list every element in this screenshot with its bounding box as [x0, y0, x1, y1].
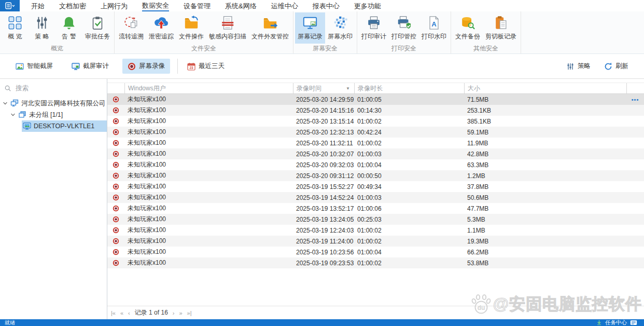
table-row[interactable]: 未知玩家x100 2025-03-20 14:15:16 00:14:30 25… — [107, 105, 644, 116]
chevron-down-icon[interactable] — [10, 112, 16, 118]
last-page-button[interactable]: »| — [187, 310, 192, 316]
app-menu-icon — [5, 2, 15, 9]
menu-tab[interactable]: 文档加密 — [52, 0, 93, 11]
sub-toolbar: 智能截屏 截屏审计 屏幕录像 最近三天 策略 — [0, 54, 644, 79]
search-icon — [4, 85, 11, 92]
menu-tab[interactable]: 系统&网络 — [218, 0, 264, 11]
table-row[interactable]: 未知玩家x100 2025-03-19 14:52:24 01:00:03 50… — [107, 192, 644, 203]
toolbar-button[interactable]: 截屏审计 — [66, 59, 114, 74]
next-page-button[interactable]: › — [173, 310, 175, 316]
ribbon-item[interactable]: 审批任务 — [82, 12, 113, 44]
table-row[interactable]: 未知玩家x100 2025-03-19 12:24:03 01:00:02 1.… — [107, 225, 644, 236]
menu-tabs: 开始 文档加密 上网行为 数据安全 设备管理 系统&网络 运维中心 报表中心 更… — [24, 0, 388, 11]
ribbon-item[interactable]: 概 览 — [2, 12, 29, 44]
download-icon — [596, 320, 602, 325]
column-header-actions — [626, 83, 644, 93]
main-area: 河北安固云网络科技有限公司 [1/1] 未分组 [1/1] DESKTOP-VL… — [0, 79, 644, 319]
ribbon-item[interactable]: 敏感内容扫描 — [206, 12, 249, 44]
table-row[interactable]: 未知玩家x100 2025-03-19 13:24:05 00:25:03 5.… — [107, 214, 644, 225]
menu-tab[interactable]: 数据安全 — [135, 0, 176, 11]
column-header-record-time[interactable]: 录像时间 ▼ — [293, 83, 354, 93]
ribbon-group-screen-security: 屏幕记录 屏幕水印 屏幕安全 — [293, 11, 357, 53]
table-row[interactable]: 未知玩家x100 2025-03-19 13:52:17 01:00:06 47… — [107, 203, 644, 214]
chevron-down-icon[interactable] — [2, 100, 8, 106]
table-row[interactable]: 未知玩家x100 2025-03-19 10:23:56 01:00:04 66… — [107, 247, 644, 257]
tree-item-computer[interactable]: DESKTOP-VLKTLE1 — [0, 120, 107, 132]
first-page-button[interactable]: |« — [111, 310, 116, 316]
record-icon — [113, 107, 119, 114]
ribbon-item[interactable]: 告 警 — [55, 12, 82, 44]
search-row — [0, 83, 107, 98]
fast-next-page-button[interactable]: » — [179, 310, 182, 316]
table-row[interactable]: 未知玩家x100 2025-03-19 15:52:27 00:49:34 37… — [107, 181, 644, 192]
ribbon-item[interactable]: 文件外发管控 — [249, 12, 291, 44]
menu-tab[interactable]: 报表中心 — [305, 0, 347, 11]
table-row[interactable]: 未知玩家x100 2025-03-20 11:32:11 01:00:02 11… — [107, 138, 644, 148]
table-row[interactable]: 未知玩家x100 2025-03-20 09:32:03 01:00:04 63… — [107, 159, 644, 170]
record-icon — [113, 129, 119, 135]
ribbon-item[interactable]: 文件备份 — [453, 12, 483, 44]
menu-tab[interactable]: 开始 — [24, 0, 52, 11]
table-header: Windows用户 录像时间 ▼ 录像时长 大小 — [107, 83, 644, 94]
record-icon — [113, 140, 119, 146]
table-row[interactable]: 未知玩家x100 2025-03-20 14:29:59 01:00:05 71… — [107, 94, 644, 105]
ribbon-item[interactable]: 打印审计 — [359, 12, 389, 44]
ribbon-item[interactable]: 流转追溯 — [116, 12, 146, 44]
ribbon-item[interactable]: 策 略 — [29, 12, 55, 44]
toolbar-button[interactable]: 智能截屏 — [10, 59, 58, 74]
column-header-windows-user[interactable]: Windows用户 — [124, 83, 293, 93]
record-count-label: 记录 1 of 16 — [135, 308, 168, 317]
clipboard-record-icon — [493, 15, 509, 31]
column-header-duration[interactable]: 录像时长 — [354, 83, 464, 93]
tree-item-company[interactable]: 河北安固云网络科技有限公司 [1/1] — [0, 98, 107, 109]
table-row[interactable]: 未知玩家x100 2025-03-19 11:24:00 01:00:02 19… — [107, 236, 644, 247]
menu-tab[interactable]: 更多功能 — [347, 0, 388, 11]
ribbon-item[interactable]: 剪切板记录 — [483, 12, 519, 44]
ribbon-item[interactable]: 文件操作 — [176, 12, 206, 44]
record-icon — [113, 194, 119, 201]
ribbon-group-overview: 概 览 策 略 告 警 审批任务 概览 — [0, 11, 115, 53]
sensitive-scan-icon — [220, 15, 235, 31]
file-backup-icon — [460, 15, 475, 31]
screen-video-icon — [128, 62, 136, 71]
menu-tab[interactable]: 设备管理 — [176, 0, 218, 11]
record-icon — [113, 260, 119, 266]
task-center-button[interactable]: 任务中心 — [605, 319, 627, 326]
record-icon — [113, 238, 119, 244]
ribbon-group-label: 打印安全 — [359, 44, 449, 53]
ribbon-item[interactable]: 泄密追踪 — [146, 12, 176, 44]
table-row[interactable]: 未知玩家x100 2025-03-20 09:31:12 00:00:50 1.… — [107, 170, 644, 181]
tree-item-ungrouped[interactable]: 未分组 [1/1] — [0, 109, 107, 120]
ribbon-item[interactable]: 打印管控 — [389, 12, 419, 44]
ribbon-group-label: 屏幕安全 — [295, 44, 355, 53]
table-row[interactable]: 未知玩家x100 2025-03-20 10:32:07 01:00:03 42… — [107, 148, 644, 159]
taskbar-panel-icon[interactable] — [630, 320, 637, 325]
screen-watermark-icon — [332, 15, 348, 31]
ribbon-item[interactable]: 打印水印 — [419, 12, 449, 44]
app-menu-button[interactable] — [0, 0, 20, 11]
leak-track-icon — [153, 15, 169, 31]
column-header-icon[interactable] — [107, 83, 124, 93]
fast-prev-page-button[interactable]: « — [120, 310, 123, 316]
column-header-size[interactable]: 大小 — [464, 83, 626, 93]
table-row[interactable]: 未知玩家x100 2025-03-20 13:15:14 01:00:02 38… — [107, 116, 644, 127]
prev-page-button[interactable]: ‹ — [128, 310, 130, 316]
search-input[interactable] — [15, 84, 94, 92]
record-icon — [113, 216, 119, 223]
toolbar-button[interactable]: 屏幕录像 — [122, 59, 170, 74]
status-bar: 就绪 任务中心 — [0, 319, 644, 326]
menu-tab[interactable]: 运维中心 — [264, 0, 305, 11]
toolbar-right-button[interactable]: 策略 — [561, 59, 596, 74]
ribbon-item[interactable]: 屏幕记录 — [295, 12, 325, 44]
ribbon-item[interactable]: 屏幕水印 — [325, 12, 355, 44]
toolbar-button[interactable]: 最近三天 — [177, 59, 230, 74]
menu-tab[interactable]: 上网行为 — [93, 0, 135, 11]
table-row[interactable]: 未知玩家x100 2025-03-19 09:23:53 01:00:02 53… — [107, 257, 644, 268]
table-row[interactable]: 未知玩家x100 2025-03-20 12:32:13 00:42:24 59… — [107, 127, 644, 138]
ribbon: 概 览 策 略 告 警 审批任务 概览 — [0, 11, 644, 54]
toolbar-right-button[interactable]: 刷新 — [599, 59, 634, 74]
row-actions-button[interactable]: ••• — [626, 97, 644, 103]
record-icon — [113, 205, 119, 212]
record-icon — [113, 118, 119, 125]
sort-arrow-icon[interactable]: ▼ — [346, 86, 350, 91]
